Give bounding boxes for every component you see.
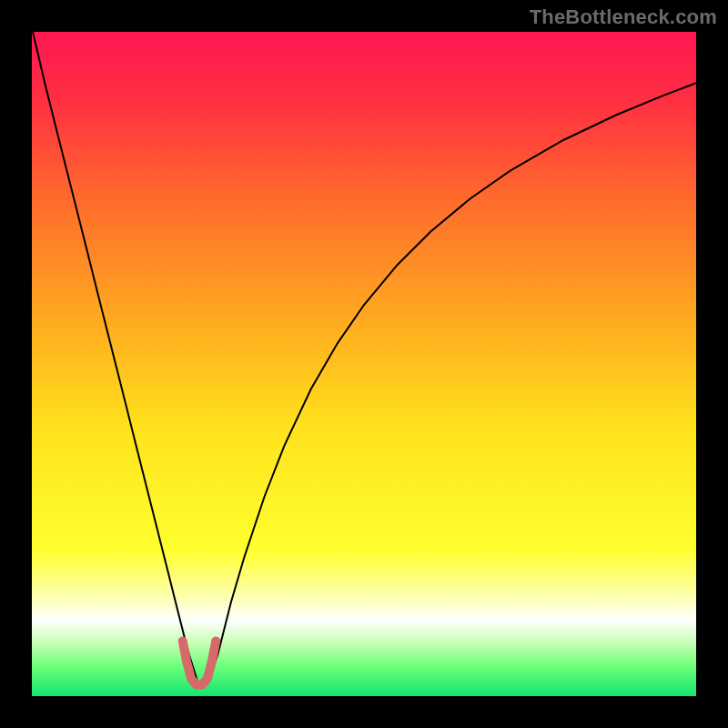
chart-plot-area xyxy=(32,32,696,696)
watermark-text: TheBottleneck.com xyxy=(530,5,717,29)
chart-background xyxy=(32,32,696,696)
image-frame: TheBottleneck.com xyxy=(0,0,728,728)
chart-svg xyxy=(32,32,696,696)
